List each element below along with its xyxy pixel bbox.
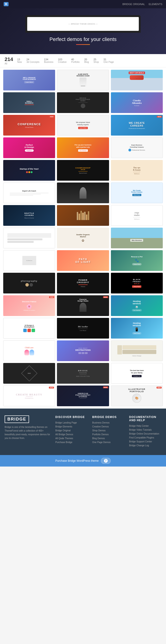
- demo-thumbnail-championship[interactable]: CHAMPIONSHIP2018 Sports Event: [57, 160, 109, 181]
- bottom-cta-bar: Purchase Bridge WordPress theme 7: [0, 455, 166, 466]
- filter-tab-onepage[interactable]: 31 One Page: [102, 58, 115, 64]
- demo-thumbnail-organic-market[interactable]: Seattle OrganicMarket ✿: [57, 228, 109, 248]
- demo-thumbnail-dark-portrait[interactable]: [57, 182, 109, 203]
- demo-thumbnail-startup[interactable]: Startup of the Year!: [3, 160, 55, 181]
- filter-tab-new[interactable]: 13 New: [16, 58, 23, 64]
- new-badge-american-photo: NEW: [103, 386, 108, 388]
- footer-link-compatible-plugins[interactable]: Find Compatible Plugins: [129, 436, 161, 439]
- demo-thumbnail-library[interactable]: [57, 205, 109, 226]
- filter-tab-shop[interactable]: 25 Shop: [92, 58, 100, 64]
- demo-thumbnail-illustrator-portfolio[interactable]: ILLUSTRATORPORTFOLIO 🎨 NEW: [111, 386, 163, 406]
- new-badge-conference: NEW: [49, 116, 54, 118]
- footer-col-title-demos: Bridge Demos: [92, 416, 124, 419]
- demo-thumbnail-geo[interactable]: GEO: [3, 363, 55, 384]
- demo-thumbnail-create-beauty[interactable]: CREATE BEAUTY Cosmetics NEW: [3, 386, 55, 406]
- demo-grid: WE'LL MANAGEYOUR BUSINESS Learn More ALM…: [0, 68, 166, 408]
- filter-tab-creative[interactable]: 103 Creative: [57, 58, 68, 64]
- filter-tab-blog[interactable]: 20 Blog: [83, 58, 90, 64]
- hero-title: Perfect demos for your clients: [5, 36, 161, 42]
- demo-thumbnail-seattle-covers[interactable]: SEATTLECOVERS Music & Events: [3, 205, 55, 226]
- demo-thumbnail-life-coach[interactable]: Expert Life Coach: [3, 182, 55, 203]
- demo-thumbnail-conference[interactable]: CONFERENCE Annual Event NEW: [3, 115, 55, 136]
- footer-link-elements[interactable]: Bridge Elements: [55, 425, 88, 428]
- footer-col-docs: Documentation and Help Bridge Help Cente…: [129, 416, 161, 448]
- demo-thumbnail-car-deals[interactable]: BEST CAR DEALS 🚗: [111, 70, 163, 90]
- demo-thumbnail-path-of-light[interactable]: PATHOF LIGHT: [57, 250, 109, 271]
- new-badge-careers: NEW: [157, 116, 162, 118]
- footer-link-business-demos[interactable]: Business Demos: [92, 422, 124, 424]
- demo-thumbnail-we-create-careers[interactable]: WE CREATECAREERS Professional Developmen…: [111, 115, 163, 136]
- footer-col-demos: Bridge Demos Business Demos Creative Dem…: [92, 416, 124, 448]
- demo-thumbnail-bridge-fashion[interactable]: BRIDGE Fashion New Collection: [57, 363, 109, 384]
- footer-link-video-tutorials[interactable]: Bridge Video Tutorials: [129, 428, 161, 431]
- hero-underline: [76, 44, 90, 45]
- hero-screen: — BRIDGE THEME DEMOS —: [27, 17, 139, 31]
- new-badge-character: NEW: [103, 296, 108, 298]
- filter-tab-business[interactable]: 134 Business: [43, 58, 55, 64]
- demo-thumbnail-blog-1[interactable]: [3, 228, 55, 248]
- footer-link-shop-demos[interactable]: Shop Demos: [92, 429, 124, 432]
- footer-brand: BRIDGE Bridge is one of the bestselling …: [5, 416, 51, 448]
- demo-thumbnail-manage-business[interactable]: WE'LL MANAGEYOUR BUSINESS Learn More: [3, 70, 55, 90]
- filter-tab-3d[interactable]: 24 3d Concepts: [25, 58, 41, 64]
- demo-thumbnail-childcare[interactable]: Child care: [3, 340, 55, 361]
- footer-link-original[interactable]: Bridge Original: [55, 429, 88, 432]
- demo-thumbnail-bridge-photographer[interactable]: BRIDGE PHOTOGRAPHER DEMO: [57, 92, 109, 113]
- footer-link-all-demos[interactable]: All Bridge Demos: [55, 433, 88, 436]
- demo-thumbnail-power-crossfit[interactable]: POWERCROSSFIT Fitness: [57, 273, 109, 294]
- nav-bridge-original[interactable]: BRIDGE ORIGINAL: [122, 3, 145, 6]
- demo-thumbnail-photography[interactable]: photography: [3, 273, 55, 294]
- demo-thumbnail-small-business[interactable]: SMALLBUSINESS: [3, 92, 55, 113]
- demo-thumbnail-character-design[interactable]: CharacterDesign Studio NEW: [57, 295, 109, 316]
- bottom-cta-button[interactable]: 7: [101, 458, 111, 464]
- bottom-cta-icon: 7: [104, 459, 108, 463]
- footer-link-onepage-demos[interactable]: One Page Demos: [92, 441, 124, 444]
- demo-thumbnail-wooden-chair[interactable]: ALMD WHITEWOODEN CHAIR: [57, 70, 109, 90]
- demo-thumbnail-american-photography[interactable]: AMERICANPHOTOGRAPHYSTORIES NEW: [57, 386, 109, 406]
- demo-thumbnail-day-spa[interactable]: Day spa& beauty Wellness: [111, 160, 163, 181]
- demo-thumbnail-yoga-studio[interactable]: yogastudio Wellness: [111, 205, 163, 226]
- demo-thumbnail-creative-smiles[interactable]: We CreatePerfect Smiles Book Now: [111, 182, 163, 203]
- footer-link-qode-themes[interactable]: All Qode Themes: [55, 437, 88, 440]
- demo-thumbnail-perfect-ui[interactable]: PerfectUI Design Explore: [3, 138, 55, 158]
- footer-link-blog-demos[interactable]: Blog Demos: [92, 437, 124, 440]
- top-bar: B BRIDGE ORIGINAL ELEMENTS: [0, 0, 166, 8]
- demo-thumbnail-interior[interactable]: Interior Design: [111, 340, 163, 361]
- hero-screen-text: — BRIDGE THEME DEMOS —: [68, 23, 98, 25]
- demo-thumbnail-hosting-1[interactable]: Hostingservices 💬 Get Started: [111, 295, 163, 316]
- demo-thumbnail-travel-2018[interactable]: 2018 BEST DESTINATIONS: [57, 340, 109, 361]
- footer-logo: BRIDGE: [5, 416, 29, 423]
- hero-laptop: — BRIDGE THEME DEMOS —: [25, 15, 141, 33]
- demo-thumbnail-jazz-bar[interactable]: B& JazzBar Live Music: [57, 318, 109, 338]
- demo-thumbnail-ui-dev[interactable]: UI Design &Development: [3, 318, 55, 338]
- footer-link-landing[interactable]: Bridge Landing Page: [55, 422, 88, 424]
- footer-grid: BRIDGE Bridge is one of the bestselling …: [5, 416, 161, 448]
- demo-thumbnail-claudia[interactable]: ClaudiaAlleandro Portfolio: [111, 92, 163, 113]
- new-badge-fabius: NEW: [49, 296, 54, 298]
- demo-thumbnail-minimal-arch[interactable]: Architecture: [3, 250, 55, 271]
- demo-thumbnail-black-friday[interactable]: BlackFriday SALE Shop Now: [111, 273, 163, 294]
- filter-tab-portfolio[interactable]: 40 Portfolio: [70, 58, 81, 64]
- footer-col-discover: Discover Bridge Bridge Landing Page Brid…: [55, 416, 88, 448]
- demo-thumbnail-law-firm[interactable]: The best law teamfor your liberty Contac…: [111, 363, 163, 384]
- filter-tabs: 13 New 24 3d Concepts 134 Business 103 C…: [16, 58, 115, 64]
- new-badge-illustrator: NEW: [156, 387, 162, 388]
- demo-thumbnail-bike[interactable]: Bike Adventure: [111, 228, 163, 248]
- footer-link-purchase[interactable]: Purchase Bridge: [55, 441, 88, 444]
- demo-thumbnail-rescue-pet[interactable]: Rescue a Pet 🐾 Adopt Now: [111, 250, 163, 271]
- footer-link-creative-demos[interactable]: Creative Demos: [92, 425, 124, 428]
- footer-link-change-log[interactable]: Bridge Change Log: [129, 444, 161, 447]
- demo-thumbnail-fire-business[interactable]: Fire up your businesswith a perfect site…: [57, 138, 109, 158]
- demo-thumbnail-expert-consulting[interactable]: Expert BusinessConsulting Company Profes…: [111, 138, 163, 158]
- footer-link-portfolio-demos[interactable]: Portfolio Demos: [92, 433, 124, 436]
- demo-thumbnail-empower[interactable]: We empower futureindustry experts Learn …: [57, 115, 109, 136]
- nav-elements[interactable]: ELEMENTS: [149, 3, 162, 6]
- footer-link-help-center[interactable]: Bridge Help Center: [129, 425, 161, 427]
- top-nav: BRIDGE ORIGINAL ELEMENTS: [122, 3, 162, 6]
- footer-link-support-center[interactable]: Bridge Support Center: [129, 440, 161, 443]
- bottom-cta-text: Purchase Bridge WordPress theme: [55, 459, 99, 462]
- demo-thumbnail-hosting-2[interactable]: Hostingservices 📱 Start Free: [111, 318, 163, 338]
- demo-thumbnail-fabius[interactable]: Discover Fabius 🌸 Lifestyle & Fashion NE…: [3, 295, 55, 316]
- demo-count: 214 All: [5, 56, 13, 65]
- footer-link-online-docs[interactable]: Bridge Online Documentation: [129, 432, 161, 435]
